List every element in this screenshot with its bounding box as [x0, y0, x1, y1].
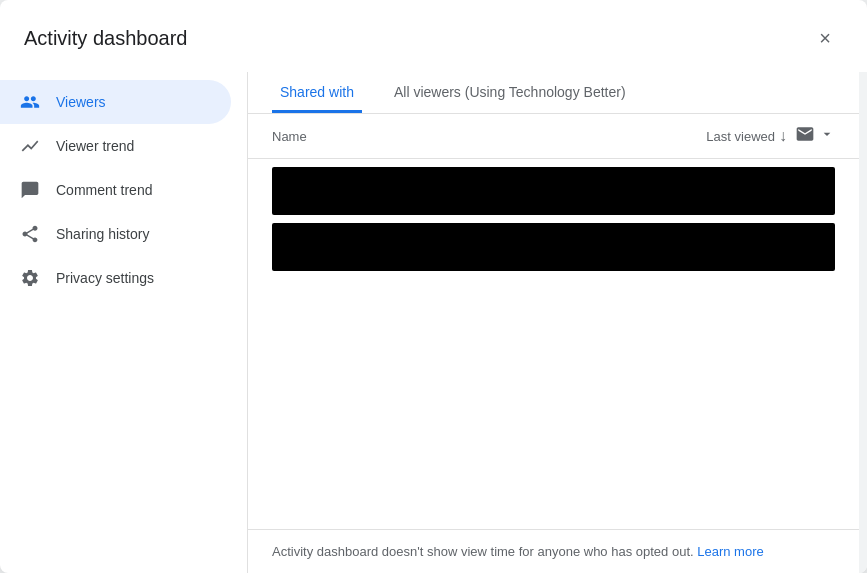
tabs-bar: Shared with All viewers (Using Technolog… [248, 72, 859, 114]
sidebar-item-comment-trend-label: Comment trend [56, 182, 152, 198]
sidebar-item-viewers[interactable]: Viewers [0, 80, 231, 124]
sidebar-item-privacy-settings[interactable]: Privacy settings [0, 256, 231, 300]
sidebar-item-sharing-history[interactable]: Sharing history [0, 212, 231, 256]
sharing-history-icon [20, 224, 40, 244]
viewer-trend-icon [20, 136, 40, 156]
sidebar-item-viewers-label: Viewers [56, 94, 106, 110]
col-mail-header[interactable] [795, 124, 835, 148]
tab-shared-with[interactable]: Shared with [272, 72, 362, 113]
col-last-viewed-header[interactable]: Last viewed ↓ [706, 127, 787, 145]
sidebar-item-comment-trend[interactable]: Comment trend [0, 168, 231, 212]
dialog-body: Viewers Viewer trend Comment trend [0, 72, 867, 573]
comment-trend-icon [20, 180, 40, 200]
viewers-icon [20, 92, 40, 112]
sidebar-item-privacy-settings-label: Privacy settings [56, 270, 154, 286]
learn-more-link[interactable]: Learn more [697, 544, 763, 559]
sort-arrow-icon: ↓ [779, 127, 787, 145]
sidebar-item-viewer-trend[interactable]: Viewer trend [0, 124, 231, 168]
table-header: Name Last viewed ↓ [248, 114, 859, 159]
scrollbar[interactable] [859, 72, 867, 573]
tab-all-viewers[interactable]: All viewers (Using Technology Better) [386, 72, 634, 113]
footer-bar: Activity dashboard doesn't show view tim… [248, 529, 859, 573]
mail-icon [795, 124, 815, 148]
close-button[interactable]: × [807, 20, 843, 56]
privacy-settings-icon [20, 268, 40, 288]
sidebar-item-sharing-history-label: Sharing history [56, 226, 149, 242]
sidebar: Viewers Viewer trend Comment trend [0, 72, 248, 573]
dialog-header: Activity dashboard × [0, 0, 867, 72]
activity-dashboard-dialog: Activity dashboard × Viewers [0, 0, 867, 573]
dialog-title: Activity dashboard [24, 27, 187, 50]
footer-text: Activity dashboard doesn't show view tim… [272, 544, 694, 559]
col-name-header: Name [272, 129, 706, 144]
sidebar-item-viewer-trend-label: Viewer trend [56, 138, 134, 154]
table-row [272, 167, 835, 215]
table-row [272, 223, 835, 271]
mail-dropdown-arrow [819, 126, 835, 146]
main-panel: Shared with All viewers (Using Technolog… [248, 72, 859, 573]
table-rows [248, 159, 859, 529]
